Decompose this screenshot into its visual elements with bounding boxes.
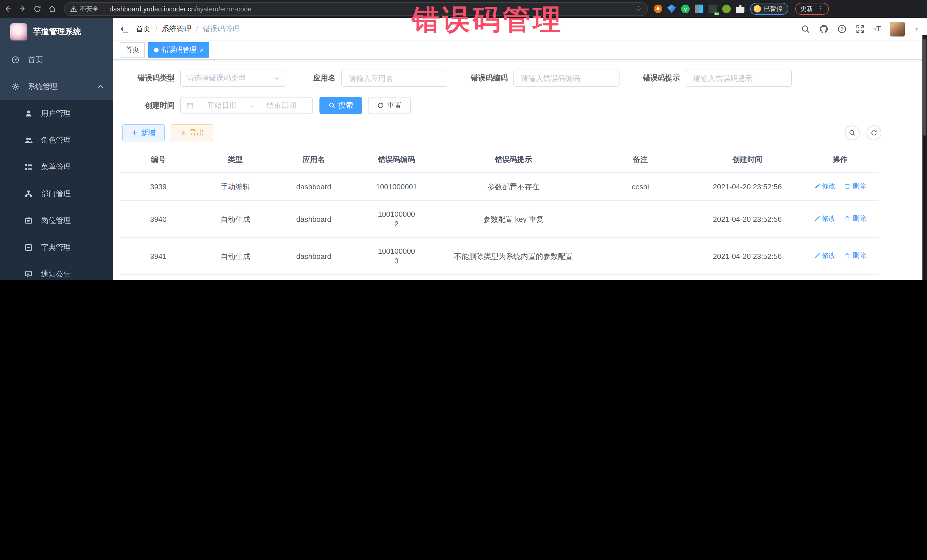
sidebar-item-menus[interactable]: 菜单管理 (0, 153, 113, 180)
app-shell: 芋道管理系统 首页系统管理用户管理角色管理菜单管理部门管理岗位管理字典管理通知公… (0, 18, 927, 280)
search-button[interactable]: 搜索 (319, 97, 362, 114)
sidebar-item-label: 系统管理 (28, 81, 96, 91)
reset-button[interactable]: 重置 (368, 97, 411, 114)
sidebar-item-roles[interactable]: 角色管理 (0, 127, 113, 153)
bookmark-star-icon[interactable]: ☆ (635, 5, 642, 13)
sidebar-item-label: 角色管理 (41, 135, 113, 145)
column-header: 类型 (197, 147, 274, 173)
help-icon[interactable]: ? (837, 24, 846, 33)
column-header: 操作 (801, 147, 878, 173)
browser-forward-icon[interactable] (15, 3, 30, 15)
address-bar[interactable]: 不安全 | dashboard.yudao.iocoder.cn/system/… (64, 2, 648, 16)
browser-refresh-icon[interactable] (30, 3, 44, 15)
sidebar-item-home[interactable]: 首页 (0, 46, 113, 73)
refresh-icon (871, 129, 877, 136)
extension-icon-green-v[interactable]: v (681, 5, 690, 13)
sidebar-item-system[interactable]: 系统管理 (0, 73, 113, 100)
extension-icon-puzzle[interactable] (736, 5, 745, 13)
sidebar-logo-row[interactable]: 芋道管理系统 (0, 18, 113, 46)
menu-list-icon (24, 162, 32, 171)
cell-actions: 修改 删除 (801, 238, 878, 275)
cell-hint: 参数配置 key 重复 (439, 200, 588, 238)
close-icon[interactable]: × (200, 47, 204, 53)
browser-home-icon[interactable] (44, 3, 59, 15)
export-button[interactable]: 导出 (170, 124, 213, 141)
dictionary-icon (24, 243, 32, 252)
delete-link[interactable]: 删除 (845, 181, 866, 191)
chevron-down-icon (274, 75, 280, 81)
cell-app: dashboard (274, 238, 354, 275)
plus-icon (131, 129, 138, 136)
security-indicator[interactable]: 不安全 (70, 5, 99, 13)
cell-created: 2021-04-20 23:52:56 (693, 173, 801, 200)
table-tools (845, 126, 927, 140)
delete-link[interactable]: 删除 (845, 214, 866, 223)
edit-link[interactable]: 修改 (814, 251, 836, 261)
kebab-menu-icon[interactable]: ⋮ (817, 6, 824, 11)
edit-link[interactable]: 修改 (814, 214, 836, 223)
filter-row-1: 错误码类型 请选择错误码类型 应用名 错误码编码 (129, 70, 927, 87)
breadcrumb-system[interactable]: 系统管理 (162, 24, 191, 34)
breadcrumb: 首页 / 系统管理 / 错误码管理 (136, 24, 240, 34)
sidebar-item-label: 字典管理 (41, 242, 113, 252)
tab-error-code[interactable]: 错误码管理 × (148, 42, 209, 58)
org-tree-icon (24, 189, 32, 198)
app-logo (10, 23, 27, 41)
sidebar-item-posts[interactable]: 岗位管理 (0, 207, 113, 234)
refresh-icon (377, 102, 384, 109)
column-header: 编号 (120, 147, 197, 173)
sidebar-item-users[interactable]: 用户管理 (0, 100, 113, 127)
browser-toolbar: 不安全 | dashboard.yudao.iocoder.cn/system/… (0, 0, 927, 18)
active-dot-icon (154, 48, 159, 52)
edit-link[interactable]: 修改 (814, 181, 836, 191)
error-code-field[interactable] (520, 73, 613, 83)
refresh-table-button[interactable] (866, 126, 881, 140)
page-scrollbar[interactable] (922, 35, 927, 280)
sidebar: 芋道管理系统 首页系统管理用户管理角色管理菜单管理部门管理岗位管理字典管理通知公… (0, 18, 113, 280)
cell-code: 100100000 4 (354, 275, 439, 280)
date-end-placeholder: 结束日期 (256, 100, 306, 111)
extension-icon-switch-on[interactable] (708, 5, 717, 13)
sidebar-item-notices[interactable]: 通知公告 (0, 261, 113, 280)
extension-icon-orange[interactable] (654, 5, 662, 13)
breadcrumb-home[interactable]: 首页 (136, 24, 150, 34)
filter-type-label: 错误码类型 (129, 73, 175, 83)
delete-link[interactable]: 删除 (845, 251, 866, 261)
tab-home[interactable]: 首页 (120, 42, 145, 58)
table-row: 3939手动编辑dashboard1001000001参数配置不存在ceshi2… (120, 173, 878, 200)
cell-type: 自动生成 (197, 275, 274, 280)
user-avatar[interactable] (890, 21, 905, 36)
download-icon (180, 129, 187, 136)
sidebar-item-dicts[interactable]: 字典管理 (0, 234, 113, 261)
cell-remark: ceshi (588, 173, 693, 200)
sidebar-item-depts[interactable]: 部门管理 (0, 180, 113, 207)
font-size-icon[interactable]: тT (874, 24, 881, 33)
extension-icon-gem[interactable] (667, 5, 676, 13)
date-range-picker[interactable]: 开始日期 - 结束日期 (180, 97, 313, 114)
error-hint-field[interactable] (692, 73, 786, 83)
breadcrumb-separator: / (155, 24, 157, 33)
error-type-select[interactable]: 请选择错误码类型 (180, 70, 286, 87)
extension-icon-grid[interactable] (695, 5, 704, 13)
browser-update-chip[interactable]: 更新 ⋮ (795, 3, 829, 15)
tab-label: 首页 (126, 45, 139, 55)
github-icon[interactable] (819, 24, 828, 33)
show-search-button[interactable] (845, 126, 860, 140)
hamburger-icon[interactable] (113, 24, 136, 33)
avatar-caret-down-icon[interactable]: ▼ (914, 26, 919, 32)
app-title: 芋道管理系统 (33, 27, 81, 37)
tags-view-bar: 首页 错误码管理 × (113, 41, 927, 60)
fullscreen-icon[interactable] (856, 24, 865, 33)
filter-date-label: 创建时间 (129, 100, 175, 111)
app-name-field[interactable] (347, 73, 441, 83)
navbar-actions: ? тT ▼ (801, 21, 927, 36)
cell-app: dashboard (274, 173, 354, 200)
search-icon[interactable] (801, 24, 810, 33)
extension-icon-key[interactable] (722, 5, 731, 13)
browser-back-icon[interactable] (0, 3, 15, 15)
sidebar-item-label: 菜单管理 (41, 162, 113, 172)
top-navbar: 首页 / 系统管理 / 错误码管理 ? тT (113, 18, 927, 41)
profile-paused-chip[interactable]: 已暂停 (750, 3, 789, 15)
add-button[interactable]: 新增 (122, 124, 165, 141)
scrollbar-thumb[interactable] (923, 39, 926, 136)
